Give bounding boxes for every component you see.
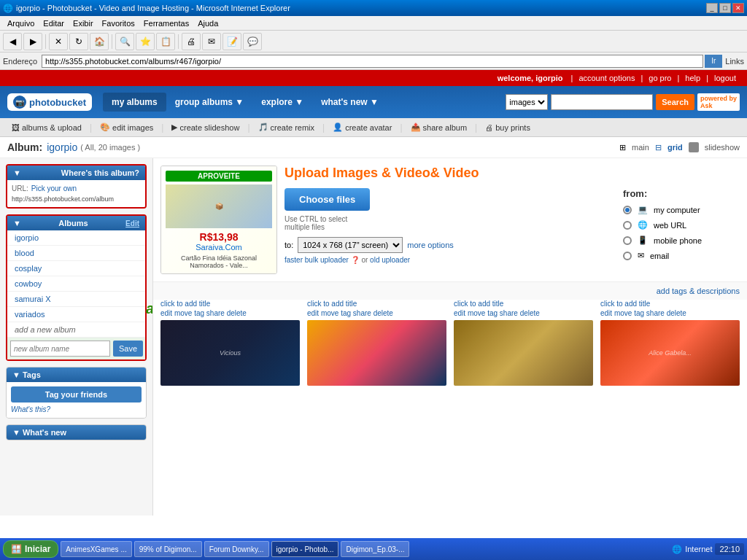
nav-whats-new[interactable]: what's new ▼ — [312, 93, 387, 112]
thumb-delete-0[interactable]: delete — [227, 309, 247, 317]
whats-this-link[interactable]: What's this? — [11, 405, 142, 413]
menu-arquivo[interactable]: Arquivo — [3, 18, 39, 29]
go-button[interactable]: Ir — [705, 55, 722, 68]
messenger-button[interactable]: 💬 — [243, 33, 262, 50]
add-tags-link[interactable]: add tags & descriptions — [657, 287, 740, 295]
from-mobile[interactable]: 📱 mobile phone — [623, 236, 740, 245]
menu-ferramentas[interactable]: Ferramentas — [139, 18, 193, 29]
thumb-image-3[interactable]: Alice Gabela... — [600, 320, 740, 386]
ad-banner[interactable]: APROVEITE 📦 R$13,98 Saraiva.Com Cartão F… — [160, 166, 277, 274]
menu-ajuda[interactable]: Ajuda — [193, 18, 222, 29]
mail-button[interactable]: ✉ — [202, 33, 221, 50]
pick-own-link[interactable]: Pick your own — [31, 184, 77, 192]
window-controls[interactable]: _ □ ✕ — [706, 3, 744, 13]
search-button[interactable]: Search — [656, 94, 694, 110]
from-web-url[interactable]: 🌐 web URL — [623, 220, 740, 230]
edit-button[interactable]: 📝 — [222, 33, 241, 50]
from-email[interactable]: ✉ email — [623, 251, 740, 260]
tag-friends-button[interactable]: Tag your friends — [11, 386, 142, 402]
thumb-share-1[interactable]: share — [353, 309, 371, 317]
resize-select[interactable]: 747 x 560 (17" screen) — [298, 237, 403, 253]
album-item-0[interactable]: igorpio — [7, 230, 145, 246]
thumb-edit-2[interactable]: edit — [454, 309, 465, 317]
thumb-tag-1[interactable]: tag — [341, 309, 351, 317]
thumb-tag-2[interactable]: tag — [487, 309, 498, 317]
photobucket-logo[interactable]: 📷 photobucket — [7, 93, 92, 111]
thumb-move-1[interactable]: move — [321, 309, 338, 317]
album-item-5[interactable]: variados — [7, 307, 145, 322]
go-pro-link[interactable]: go pro — [649, 74, 671, 82]
thumb-edit-3[interactable]: edit — [600, 309, 612, 317]
more-options-link[interactable]: more options — [407, 241, 454, 249]
save-album-button[interactable]: Save — [113, 341, 143, 357]
from-my-computer[interactable]: 💻 my computer — [623, 205, 740, 214]
new-album-input[interactable] — [10, 341, 110, 357]
menu-exibir[interactable]: Exibir — [69, 18, 98, 29]
subnav-create-slideshow[interactable]: ▶ create slideshow — [167, 121, 244, 133]
thumb-image-2[interactable] — [454, 320, 593, 386]
subnav-albums-upload[interactable]: 🖼 albums & upload — [7, 122, 86, 133]
maximize-button[interactable]: □ — [719, 3, 731, 13]
subnav-edit-images[interactable]: 🎨 edit images — [96, 121, 158, 133]
album-item-2[interactable]: cosplay — [7, 261, 145, 276]
taskbar-item-2[interactable]: Forum Downky... — [204, 541, 269, 557]
search-type-select[interactable]: images — [506, 94, 548, 110]
album-item-3[interactable]: cowboy — [7, 276, 145, 292]
logout-link[interactable]: logout — [714, 74, 736, 82]
thumb-title-2[interactable]: click to add title — [454, 300, 593, 308]
history-button[interactable]: 📋 — [156, 33, 175, 50]
thumb-tag-3[interactable]: tag — [634, 309, 644, 317]
forward-button[interactable]: ▶ — [23, 33, 42, 50]
stop-button[interactable]: ✕ — [49, 33, 68, 50]
thumb-edit-0[interactable]: edit — [160, 309, 172, 317]
view-slideshow[interactable]: slideshow — [705, 143, 740, 152]
nav-explore[interactable]: explore ▼ — [252, 93, 312, 112]
albums-edit-link[interactable]: Edit — [125, 219, 139, 228]
close-button[interactable]: ✕ — [732, 3, 744, 13]
subnav-buy-prints[interactable]: 🖨 buy prints — [481, 122, 535, 133]
taskbar-item-1[interactable]: 99% of Digimon... — [134, 541, 202, 557]
old-uploader-link[interactable]: old uploader — [370, 256, 410, 264]
view-main[interactable]: main — [632, 143, 649, 152]
search-toolbar-button[interactable]: 🔍 — [115, 33, 134, 50]
thumb-delete-3[interactable]: delete — [667, 309, 686, 317]
taskbar-item-4[interactable]: Digimon_Ep.03-... — [341, 541, 409, 557]
thumb-edit-1[interactable]: edit — [307, 309, 319, 317]
refresh-button[interactable]: ↻ — [69, 33, 88, 50]
start-button[interactable]: 🪟 Iniciar — [3, 540, 58, 558]
taskbar-item-3[interactable]: igorpio - Photob... — [271, 541, 339, 557]
thumb-move-3[interactable]: move — [614, 309, 632, 317]
album-item-4[interactable]: samurai X — [7, 292, 145, 307]
faster-bulk-link[interactable]: faster bulk uploader — [285, 256, 349, 264]
thumb-title-0[interactable]: click to add title — [160, 300, 300, 308]
thumb-delete-1[interactable]: delete — [374, 309, 393, 317]
subnav-create-remix[interactable]: 🎵 create remix — [254, 121, 320, 133]
radio-web-url[interactable] — [623, 221, 632, 230]
thumb-share-2[interactable]: share — [500, 309, 518, 317]
subnav-create-avatar[interactable]: 👤 create avatar — [328, 121, 396, 133]
radio-my-computer[interactable] — [623, 206, 632, 214]
thumb-title-1[interactable]: click to add title — [307, 300, 446, 308]
nav-group-albums[interactable]: group albums ▼ — [166, 93, 253, 112]
taskbar-item-0[interactable]: AnimesXGames ... — [61, 541, 131, 557]
subnav-share-album[interactable]: 📤 share album — [406, 121, 472, 133]
nav-my-albums[interactable]: my albums — [103, 93, 166, 112]
radio-mobile[interactable] — [623, 236, 632, 245]
add-album-item[interactable]: add a new album — [7, 322, 145, 338]
album-item-1[interactable]: blood — [7, 246, 145, 261]
print-button[interactable]: 🖨 — [182, 33, 201, 50]
address-input[interactable] — [42, 55, 703, 68]
thumb-image-1[interactable] — [307, 320, 446, 386]
thumb-share-0[interactable]: share — [206, 309, 225, 317]
back-button[interactable]: ◀ — [3, 33, 22, 50]
choose-files-button[interactable]: Choose files — [285, 188, 370, 211]
thumb-image-0[interactable]: Vicious — [160, 320, 300, 386]
thumb-move-2[interactable]: move — [468, 309, 485, 317]
favorites-button[interactable]: ⭐ — [136, 33, 155, 50]
account-options-link[interactable]: account options — [578, 74, 635, 82]
minimize-button[interactable]: _ — [706, 3, 718, 13]
thumb-tag-0[interactable]: tag — [194, 309, 204, 317]
view-grid[interactable]: grid — [667, 143, 683, 152]
thumb-title-3[interactable]: click to add title — [600, 300, 740, 308]
menu-favoritos[interactable]: Favoritos — [98, 18, 139, 29]
